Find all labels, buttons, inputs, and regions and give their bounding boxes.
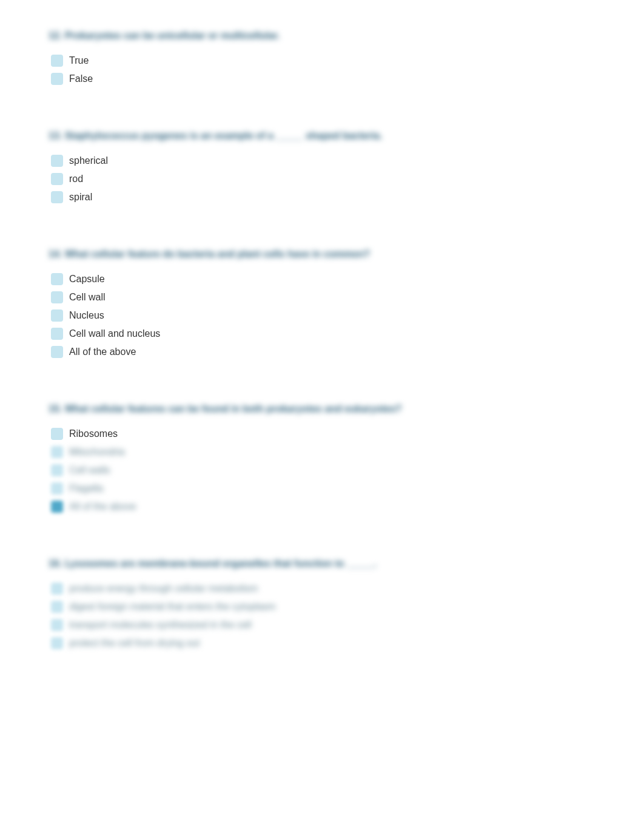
checkbox-icon[interactable] <box>51 273 63 285</box>
checkbox-icon[interactable] <box>51 446 63 458</box>
answer-option[interactable]: produce energy through cellular metaboli… <box>49 583 595 595</box>
question-block: 16. Lysosomes are membrane-bound organel… <box>49 558 595 649</box>
answer-option[interactable]: spherical <box>49 155 595 167</box>
answer-option[interactable]: All of the above <box>49 501 595 513</box>
question-text: 12. Prokaryotes can be unicellular or mu… <box>49 30 595 41</box>
answer-option[interactable]: Cell walls <box>49 464 595 476</box>
answer-option[interactable]: digest foreign material that enters the … <box>49 601 595 613</box>
option-label: Nucleus <box>69 310 104 321</box>
answer-option[interactable]: Flagella <box>49 482 595 495</box>
checkbox-icon[interactable] <box>51 637 63 649</box>
option-label: spiral <box>69 192 92 203</box>
answer-option[interactable]: Capsule <box>49 273 595 285</box>
checkbox-icon[interactable] <box>51 155 63 167</box>
option-label: Mitochondria <box>69 447 125 458</box>
checkbox-icon[interactable] <box>51 601 63 613</box>
answer-option[interactable]: Nucleus <box>49 309 595 322</box>
option-label: True <box>69 55 89 66</box>
answer-option[interactable]: Mitochondria <box>49 446 595 458</box>
checkbox-icon[interactable] <box>51 173 63 185</box>
checkbox-icon[interactable] <box>51 191 63 203</box>
answer-option[interactable]: protect the cell from drying out <box>49 637 595 649</box>
question-block: 14. What cellular feature do bacteria an… <box>49 249 595 358</box>
answer-option[interactable]: rod <box>49 173 595 185</box>
checkbox-icon[interactable] <box>51 346 63 358</box>
option-label: rod <box>69 174 83 184</box>
question-text: 14. What cellular feature do bacteria an… <box>49 249 595 260</box>
option-label: All of the above <box>69 347 136 357</box>
checkbox-icon[interactable] <box>51 55 63 67</box>
checkbox-icon[interactable] <box>51 291 63 303</box>
answer-option[interactable]: True <box>49 55 595 67</box>
checkbox-icon[interactable] <box>51 73 63 85</box>
checkbox-icon[interactable] <box>51 583 63 595</box>
question-block: 13. Staphylococcus pyogenes is an exampl… <box>49 130 595 203</box>
answer-option[interactable]: spiral <box>49 191 595 203</box>
question-text: 13. Staphylococcus pyogenes is an exampl… <box>49 130 595 141</box>
option-label: Cell wall and nucleus <box>69 328 160 339</box>
question-text: 16. Lysosomes are membrane-bound organel… <box>49 558 595 569</box>
answer-option[interactable]: Cell wall and nucleus <box>49 328 595 340</box>
option-label: protect the cell from drying out <box>69 638 200 649</box>
option-label: Flagella <box>69 483 103 494</box>
checkbox-icon[interactable] <box>51 619 63 631</box>
checkbox-icon[interactable] <box>51 482 63 495</box>
answer-option[interactable]: All of the above <box>49 346 595 358</box>
option-label: Capsule <box>69 274 105 285</box>
option-label: Cell wall <box>69 292 106 303</box>
option-label: False <box>69 73 93 84</box>
option-label: transport molecules synthesized in the c… <box>69 620 252 630</box>
checkbox-icon[interactable] <box>51 501 63 513</box>
option-label: digest foreign material that enters the … <box>69 601 276 612</box>
option-label: All of the above <box>69 501 136 512</box>
answer-option[interactable]: Ribosomes <box>49 428 595 440</box>
checkbox-icon[interactable] <box>51 328 63 340</box>
answer-option[interactable]: False <box>49 73 595 85</box>
option-label: spherical <box>69 155 108 166</box>
answer-option[interactable]: Cell wall <box>49 291 595 303</box>
checkbox-icon[interactable] <box>51 309 63 322</box>
question-block: 15. What cellular features can be found … <box>49 404 595 513</box>
option-label: produce energy through cellular metaboli… <box>69 583 258 594</box>
question-block: 12. Prokaryotes can be unicellular or mu… <box>49 30 595 85</box>
option-label: Ribosomes <box>69 428 118 439</box>
checkbox-icon[interactable] <box>51 428 63 440</box>
option-label: Cell walls <box>69 465 110 476</box>
checkbox-icon[interactable] <box>51 464 63 476</box>
answer-option[interactable]: transport molecules synthesized in the c… <box>49 619 595 631</box>
question-text: 15. What cellular features can be found … <box>49 404 595 414</box>
